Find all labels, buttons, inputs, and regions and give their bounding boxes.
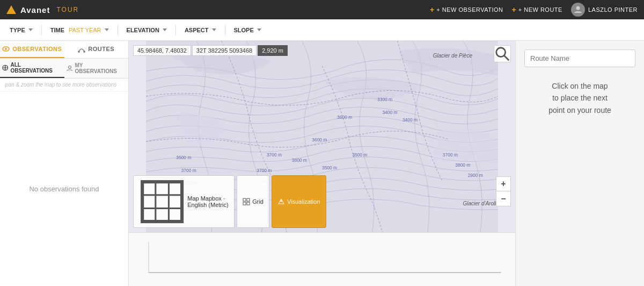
svg-rect-30 <box>243 202 246 205</box>
observations-subtabs: ALL OBSERVATIONS MY OBSERVATIONS <box>0 59 128 78</box>
instruction-line3: point on your route <box>548 106 611 115</box>
map-type-label: Map Mapbox · English (Metric) <box>187 195 229 208</box>
svg-text:3400 m: 3400 m <box>402 117 418 123</box>
svg-text:2900 m: 2900 m <box>468 173 483 178</box>
time-label: TIME <box>50 27 64 33</box>
sidebar-tabs: OBSERVATIONS ROUTES <box>0 41 128 59</box>
instruction-line1: Click on the map <box>552 82 608 90</box>
grid-button[interactable]: Grid <box>237 175 269 228</box>
my-obs-label: MY OBSERVATIONS <box>75 62 126 74</box>
map[interactable]: 3400 m 3400 m 3300 m 3600 m 3600 m 3500 … <box>129 41 515 232</box>
elevation-filter[interactable]: ELEVATION <box>122 25 171 35</box>
app-name: Avanet <box>20 5 50 15</box>
logo-area: Avanet TOUR <box>6 5 79 15</box>
time-chevron <box>105 28 109 31</box>
svg-text:3400 m: 3400 m <box>382 110 397 115</box>
tab-observations[interactable]: OBSERVATIONS <box>0 41 64 58</box>
svg-text:3800 m: 3800 m <box>455 162 470 168</box>
svg-text:3500 m: 3500 m <box>176 155 191 160</box>
header-right: + + NEW OBSERVATION + + NEW ROUTE LASZLO… <box>430 3 638 17</box>
sidebar: OBSERVATIONS ROUTES ALL OBSERVATIONS MY … <box>0 41 129 286</box>
svg-rect-28 <box>243 198 246 201</box>
divider-1 <box>41 25 42 35</box>
map-container: 3400 m 3400 m 3300 m 3600 m 3600 m 3500 … <box>129 41 515 286</box>
visualization-label: Visualization <box>287 198 320 205</box>
divider-4 <box>225 25 225 35</box>
map-zoom-controls: + − <box>496 176 511 206</box>
svg-text:3800 m: 3800 m <box>292 158 307 163</box>
globe-icon <box>2 65 8 71</box>
user-name: LASZLO PINTER <box>588 6 638 13</box>
filter-toolbar: TYPE TIME PAST YEAR ELEVATION ASPECT SLO… <box>0 19 644 41</box>
svg-line-26 <box>504 56 509 60</box>
observations-tab-label: OBSERVATIONS <box>12 46 62 52</box>
slope-filter[interactable]: SLOPE <box>230 25 266 35</box>
all-obs-label: ALL OBSERVATIONS <box>10 62 62 74</box>
svg-rect-29 <box>247 198 250 201</box>
aspect-label: ASPECT <box>185 27 209 33</box>
elevation-chart-svg <box>137 237 507 280</box>
eye-icon <box>2 45 10 53</box>
search-icon <box>494 46 510 62</box>
type-label: TYPE <box>10 27 25 33</box>
route-name-input[interactable] <box>524 49 635 67</box>
app-header: Avanet TOUR + + NEW OBSERVATION + + NEW … <box>0 0 644 19</box>
elevation-chart <box>129 232 515 286</box>
divider-2 <box>118 25 118 35</box>
new-route-label: + NEW ROUTE <box>518 6 562 13</box>
click-instruction: Click on the map to place the next point… <box>548 80 611 116</box>
svg-rect-31 <box>247 202 250 205</box>
right-panel: Click on the map to place the next point… <box>515 41 644 286</box>
grid-icon <box>243 178 250 225</box>
map-bottom-bar: Map Mapbox · English (Metric) Grid <box>133 175 326 228</box>
plus-icon-route: + <box>512 5 516 14</box>
svg-point-6 <box>68 66 71 69</box>
svg-text:3600 m: 3600 m <box>312 137 327 142</box>
svg-text:3700 m: 3700 m <box>443 152 458 158</box>
pan-zoom-hint: pan & zoom the map to see more observati… <box>0 78 128 91</box>
app-subtitle: TOUR <box>56 6 79 13</box>
new-route-button[interactable]: + + NEW ROUTE <box>512 5 562 14</box>
zoom-out-button[interactable]: − <box>496 191 511 206</box>
map-icon <box>139 178 185 225</box>
map-coordinates: 45.98468, 7.48032 32T 382295 5093468 2,9… <box>133 45 288 56</box>
svg-point-0 <box>576 6 580 10</box>
map-search-button[interactable] <box>494 45 511 62</box>
aspect-chevron <box>212 28 216 31</box>
user-menu[interactable]: LASZLO PINTER <box>571 3 638 17</box>
svg-rect-27 <box>142 182 182 221</box>
svg-point-2 <box>5 48 7 50</box>
svg-point-25 <box>496 48 506 57</box>
main-area: OBSERVATIONS ROUTES ALL OBSERVATIONS MY … <box>0 41 644 286</box>
aspect-filter[interactable]: ASPECT <box>180 25 221 35</box>
elevation-label: ELEVATION <box>127 27 159 33</box>
time-value: PAST YEAR <box>69 27 101 33</box>
time-filter[interactable]: TIME PAST YEAR <box>46 25 113 35</box>
route-icon <box>78 45 85 53</box>
elevation-chevron <box>163 28 167 31</box>
new-observation-button[interactable]: + + NEW OBSERVATION <box>430 5 503 14</box>
avatar <box>571 3 585 17</box>
type-chevron <box>28 28 33 31</box>
tab-routes[interactable]: ROUTES <box>64 41 129 58</box>
svg-text:3300 m: 3300 m <box>377 97 392 102</box>
svg-point-4 <box>83 51 85 53</box>
slope-chevron <box>257 28 261 31</box>
svg-text:3500 m: 3500 m <box>322 165 337 170</box>
person-icon <box>67 65 73 72</box>
visualization-button[interactable]: Visualization <box>272 175 326 228</box>
elevation-display: 2,920 m <box>258 45 288 56</box>
grid-label: Grid <box>252 198 264 205</box>
type-filter[interactable]: TYPE <box>5 25 37 35</box>
svg-text:3700 m: 3700 m <box>257 168 272 173</box>
svg-point-33 <box>280 200 282 202</box>
subtab-my-observations[interactable]: MY OBSERVATIONS <box>64 59 129 78</box>
slope-label: SLOPE <box>234 27 254 33</box>
subtab-all-observations[interactable]: ALL OBSERVATIONS <box>0 59 64 78</box>
svg-text:3500 m: 3500 m <box>352 152 367 158</box>
zoom-in-button[interactable]: + <box>496 176 511 191</box>
map-type-button[interactable]: Map Mapbox · English (Metric) <box>133 175 235 228</box>
divider-3 <box>175 25 176 35</box>
svg-text:3700 m: 3700 m <box>181 168 196 173</box>
logo-icon <box>6 5 16 14</box>
